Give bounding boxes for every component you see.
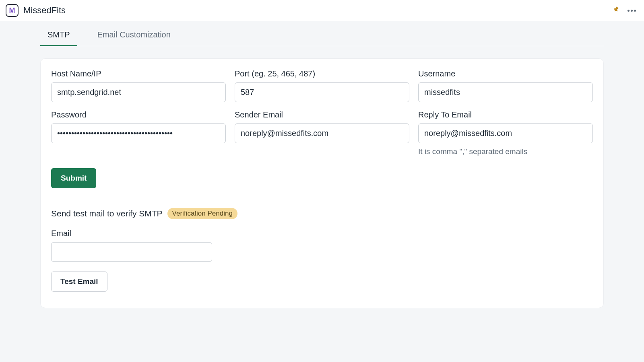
input-reply-to[interactable] (418, 123, 593, 143)
tab-label: SMTP (47, 30, 70, 39)
divider (51, 198, 593, 198)
test-heading: Send test mail to verify SMTP (51, 209, 163, 218)
input-test-email[interactable] (51, 242, 212, 262)
submit-button-label: Submit (61, 174, 87, 182)
app-logo: M (6, 4, 19, 17)
label-test-email: Email (51, 229, 212, 238)
input-port[interactable] (235, 82, 409, 102)
field-port: Port (eg. 25, 465, 487) (235, 69, 409, 102)
tab-label: Email Customization (97, 30, 171, 39)
input-host[interactable] (51, 82, 226, 102)
label-reply-to: Reply To Email (418, 110, 593, 119)
field-password: Password (51, 110, 226, 156)
app-header-left: M MissedFits (6, 4, 66, 17)
app-header-right (613, 6, 636, 15)
test-email-button[interactable]: Test Email (51, 272, 107, 292)
smtp-card: Host Name/IP Port (eg. 25, 465, 487) Use… (40, 58, 604, 308)
tab-smtp[interactable]: SMTP (40, 24, 77, 46)
label-username: Username (418, 69, 593, 78)
input-username[interactable] (418, 82, 593, 102)
app-title: MissedFits (23, 5, 66, 16)
status-badge: Verification Pending (167, 208, 237, 219)
tab-email-customization[interactable]: Email Customization (90, 24, 178, 46)
submit-button[interactable]: Submit (51, 168, 96, 188)
test-email-button-label: Test Email (60, 277, 98, 286)
field-username: Username (418, 69, 593, 102)
app-header: M MissedFits (0, 0, 644, 21)
content: SMTP Email Customization Host Name/IP Po… (0, 24, 644, 332)
helper-reply-to: It is comma "," separated emails (418, 147, 593, 156)
app-logo-letter: M (9, 6, 15, 15)
label-password: Password (51, 110, 226, 119)
tabs-bar: SMTP Email Customization (40, 24, 604, 46)
input-sender-email[interactable] (235, 123, 409, 143)
field-test-email: Email (51, 229, 212, 262)
label-sender-email: Sender Email (235, 110, 409, 119)
more-icon[interactable] (627, 10, 636, 12)
field-host: Host Name/IP (51, 69, 226, 102)
pin-icon[interactable] (613, 6, 620, 15)
input-password[interactable] (51, 123, 226, 143)
field-sender-email: Sender Email (235, 110, 409, 156)
field-reply-to: Reply To Email It is comma "," separated… (418, 110, 593, 156)
label-host: Host Name/IP (51, 69, 226, 78)
label-port: Port (eg. 25, 465, 487) (235, 69, 409, 78)
smtp-form: Host Name/IP Port (eg. 25, 465, 487) Use… (51, 69, 593, 156)
test-heading-row: Send test mail to verify SMTP Verificati… (51, 208, 593, 219)
